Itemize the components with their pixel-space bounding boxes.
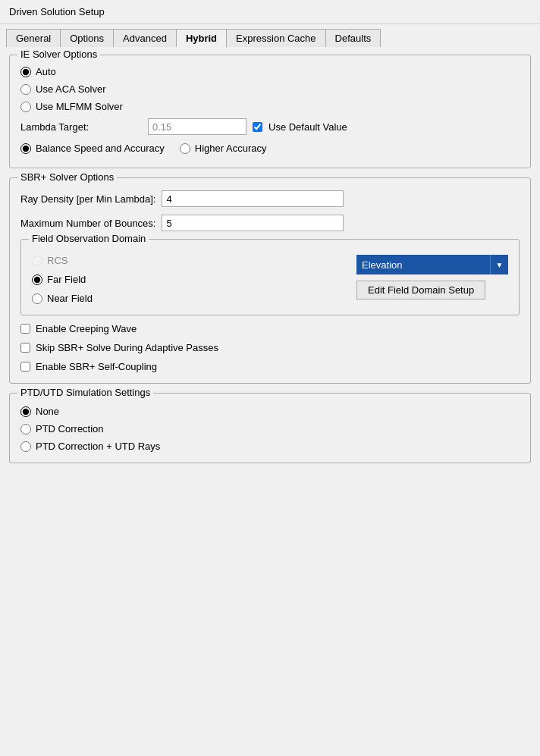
fod-rcs-label: RCS bbox=[47, 255, 68, 266]
balance-speed-label[interactable]: Balance Speed and Accuracy bbox=[36, 143, 165, 154]
ptd-correction-utd-label[interactable]: PTD Correction + UTD Rays bbox=[36, 441, 160, 452]
ray-density-input[interactable] bbox=[162, 190, 344, 207]
ptd-none-row: None bbox=[20, 406, 520, 417]
ptd-correction-utd-radio[interactable] bbox=[20, 441, 31, 452]
lambda-target-input[interactable] bbox=[148, 118, 246, 135]
max-bounces-input[interactable] bbox=[162, 215, 344, 231]
ie-aca-label[interactable]: Use ACA Solver bbox=[36, 83, 106, 95]
ptd-title: PTD/UTD Simulation Settings bbox=[17, 387, 153, 398]
ie-solver-group: IE Solver Options Auto Use ACA Solver Us… bbox=[9, 55, 531, 168]
enable-sbr-selfcoupling-label[interactable]: Enable SBR+ Self-Coupling bbox=[36, 361, 157, 372]
max-bounces-row: Maximum Number of Bounces: bbox=[20, 215, 520, 231]
rcs-row: RCS bbox=[32, 255, 349, 266]
accuracy-row: Balance Speed and Accuracy Higher Accura… bbox=[20, 143, 520, 154]
ie-auto-row: Auto bbox=[20, 66, 520, 77]
ptd-group: PTD/UTD Simulation Settings None PTD Cor… bbox=[9, 393, 531, 463]
enable-creeping-wave-label[interactable]: Enable Creeping Wave bbox=[36, 323, 137, 334]
higher-accuracy-label[interactable]: Higher Accuracy bbox=[195, 143, 267, 154]
enable-creeping-wave-checkbox[interactable] bbox=[20, 324, 30, 334]
tab-defaults[interactable]: Defaults bbox=[326, 29, 381, 47]
sbr-solver-group: SBR+ Solver Options Ray Density [per Min… bbox=[9, 177, 531, 384]
use-default-checkbox[interactable] bbox=[253, 122, 262, 132]
ray-density-row: Ray Density [per Min Lambda]: bbox=[20, 190, 520, 207]
balance-speed-row: Balance Speed and Accuracy bbox=[20, 143, 165, 154]
ptd-correction-label[interactable]: PTD Correction bbox=[36, 423, 104, 434]
ie-aca-radio[interactable] bbox=[20, 84, 31, 95]
skip-sbr-row: Skip SBR+ Solve During Adaptive Passes bbox=[20, 342, 520, 353]
fod-group: Field Observation Domain RCS Far Field N… bbox=[20, 239, 520, 315]
main-content: IE Solver Options Auto Use ACA Solver Us… bbox=[0, 47, 540, 480]
dropdown-wrapper: Elevation Far Field Near Field bbox=[356, 255, 508, 274]
near-field-row: Near Field bbox=[32, 293, 349, 304]
tabs-container: General Options Advanced Hybrid Expressi… bbox=[0, 24, 540, 47]
ie-auto-radio[interactable] bbox=[20, 67, 31, 77]
fod-left-col: RCS Far Field Near Field bbox=[32, 255, 349, 304]
sbr-solver-title: SBR+ Solver Options bbox=[17, 171, 117, 183]
fod-farfield-label[interactable]: Far Field bbox=[47, 274, 86, 285]
enable-sbr-selfcoupling-row: Enable SBR+ Self-Coupling bbox=[20, 361, 520, 372]
edit-field-domain-button[interactable]: Edit Field Domain Setup bbox=[356, 281, 485, 300]
ptd-none-label[interactable]: None bbox=[36, 406, 59, 417]
fod-nearfield-label[interactable]: Near Field bbox=[47, 293, 93, 304]
ie-mlfmm-radio[interactable] bbox=[20, 102, 31, 112]
ie-solver-title: IE Solver Options bbox=[17, 49, 100, 60]
ie-mlfmm-row: Use MLFMM Solver bbox=[20, 101, 520, 112]
elevation-dropdown[interactable]: Elevation Far Field Near Field bbox=[356, 255, 508, 274]
ptd-none-radio[interactable] bbox=[20, 406, 31, 417]
fod-farfield-radio[interactable] bbox=[32, 274, 42, 285]
ie-auto-label[interactable]: Auto bbox=[36, 66, 56, 77]
enable-sbr-selfcoupling-checkbox[interactable] bbox=[20, 362, 30, 372]
enable-creeping-wave-row: Enable Creeping Wave bbox=[20, 323, 520, 334]
higher-accuracy-row: Higher Accuracy bbox=[180, 143, 267, 154]
title-bar: Driven Solution Setup bbox=[0, 0, 540, 24]
tab-general[interactable]: General bbox=[6, 29, 61, 47]
balance-speed-radio[interactable] bbox=[20, 143, 31, 154]
skip-sbr-checkbox[interactable] bbox=[20, 343, 30, 353]
lambda-target-label: Lambda Target: bbox=[20, 121, 142, 133]
ie-aca-row: Use ACA Solver bbox=[20, 83, 520, 95]
far-field-row: Far Field bbox=[32, 274, 349, 285]
title-text: Driven Solution Setup bbox=[9, 6, 105, 17]
tab-advanced[interactable]: Advanced bbox=[114, 29, 177, 47]
fod-right-col: Elevation Far Field Near Field Edit Fiel… bbox=[356, 255, 508, 304]
ptd-correction-utd-row: PTD Correction + UTD Rays bbox=[20, 441, 520, 452]
ptd-correction-row: PTD Correction bbox=[20, 423, 520, 434]
higher-accuracy-radio[interactable] bbox=[180, 143, 190, 154]
ptd-correction-radio[interactable] bbox=[20, 424, 31, 434]
tab-expression-cache[interactable]: Expression Cache bbox=[227, 29, 326, 47]
tab-options[interactable]: Options bbox=[61, 29, 114, 47]
fod-nearfield-radio[interactable] bbox=[32, 293, 42, 304]
ray-density-label: Ray Density [per Min Lambda]: bbox=[20, 193, 155, 205]
fod-rcs-radio bbox=[32, 256, 42, 266]
ie-mlfmm-label[interactable]: Use MLFMM Solver bbox=[36, 101, 123, 112]
lambda-target-row: Lambda Target: Use Default Value bbox=[20, 118, 520, 135]
tab-hybrid[interactable]: Hybrid bbox=[177, 29, 227, 48]
skip-sbr-label[interactable]: Skip SBR+ Solve During Adaptive Passes bbox=[36, 342, 218, 353]
use-default-label[interactable]: Use Default Value bbox=[268, 121, 347, 133]
max-bounces-label: Maximum Number of Bounces: bbox=[20, 218, 155, 229]
fod-title: Field Observation Domain bbox=[29, 233, 149, 244]
